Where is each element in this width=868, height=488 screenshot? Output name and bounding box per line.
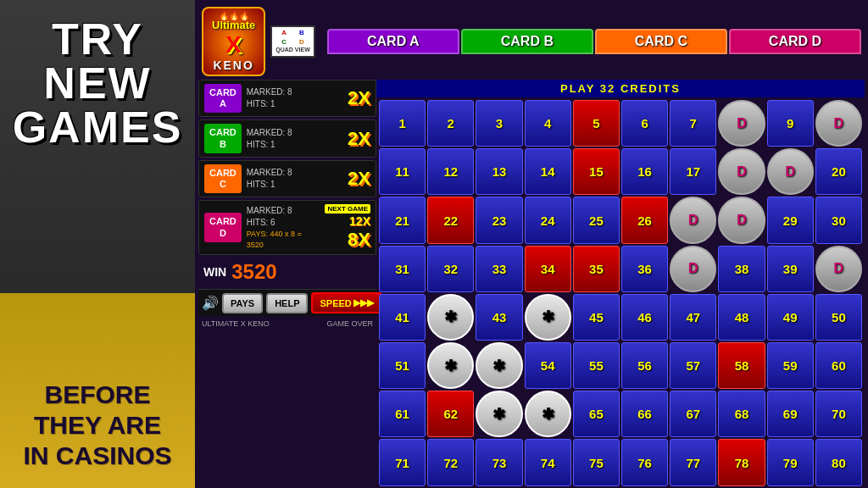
keno-number-53[interactable]: ✱: [476, 342, 522, 389]
tab-card-a[interactable]: CARD A: [327, 29, 459, 54]
keno-number-13[interactable]: 13: [476, 148, 522, 195]
keno-number-62[interactable]: 62: [427, 391, 474, 437]
keno-number-78[interactable]: 78: [718, 439, 765, 485]
keno-number-57[interactable]: 57: [670, 342, 716, 389]
keno-number-3[interactable]: 3: [476, 100, 522, 147]
tab-card-c[interactable]: CARD C: [595, 29, 727, 54]
keno-number-65[interactable]: 65: [573, 391, 620, 437]
quad-view-selector[interactable]: A B C D QUAD VIEW: [270, 25, 314, 58]
game-over-label: GAME OVER: [326, 319, 373, 328]
card-d-main-mult: 8X: [348, 229, 370, 251]
card-a-marked: MARKED: 8: [247, 86, 342, 98]
keno-number-72[interactable]: 72: [427, 439, 474, 485]
keno-number-23[interactable]: 23: [476, 197, 522, 243]
logo-x-text: X: [225, 31, 242, 58]
keno-number-15[interactable]: 15: [573, 148, 620, 195]
keno-number-4[interactable]: 4: [525, 100, 571, 147]
keno-number-5[interactable]: 5: [573, 100, 620, 147]
keno-number-61[interactable]: 61: [379, 391, 426, 437]
card-tabs: CARD A CARD B CARD C CARD D: [327, 29, 861, 54]
keno-number-63[interactable]: ✱: [476, 391, 522, 437]
keno-number-38[interactable]: 38: [718, 246, 765, 292]
keno-number-2[interactable]: 2: [427, 100, 474, 147]
keno-number-29[interactable]: 29: [767, 197, 814, 243]
keno-number-24[interactable]: 24: [525, 197, 571, 243]
keno-number-73[interactable]: 73: [476, 439, 522, 485]
keno-number-59[interactable]: 59: [767, 342, 814, 389]
keno-number-56[interactable]: 56: [621, 342, 668, 389]
keno-number-64[interactable]: ✱: [525, 391, 571, 437]
pays-button[interactable]: PAYS: [222, 293, 263, 313]
keno-number-30[interactable]: 30: [815, 197, 862, 243]
keno-number-71[interactable]: 71: [379, 439, 426, 485]
keno-number-46[interactable]: 46: [621, 294, 668, 341]
speed-arrows-icon: ▶▶▶: [353, 297, 374, 308]
keno-number-14[interactable]: 14: [525, 148, 571, 195]
keno-number-31[interactable]: 31: [379, 246, 426, 292]
keno-number-51[interactable]: 51: [379, 342, 426, 389]
help-button[interactable]: HELP: [266, 293, 308, 313]
keno-number-69[interactable]: 69: [767, 391, 814, 437]
keno-number-42[interactable]: ✱: [427, 294, 474, 341]
keno-number-49[interactable]: 49: [767, 294, 814, 341]
keno-number-7[interactable]: 7: [670, 100, 716, 147]
keno-number-60[interactable]: 60: [815, 342, 862, 389]
speed-button[interactable]: SPEED ▶▶▶: [311, 292, 381, 313]
keno-number-77[interactable]: 77: [670, 439, 716, 485]
keno-number-79[interactable]: 79: [767, 439, 814, 485]
keno-number-66[interactable]: 66: [621, 391, 668, 437]
keno-number-54[interactable]: 54: [525, 342, 571, 389]
keno-number-grid[interactable]: 1234567D9D11121314151617DD20212223242526…: [376, 97, 865, 488]
keno-number-75[interactable]: 75: [573, 439, 620, 485]
keno-number-74[interactable]: 74: [525, 439, 571, 485]
keno-number-25[interactable]: 25: [573, 197, 620, 243]
keno-number-21[interactable]: 21: [379, 197, 426, 243]
keno-number-32[interactable]: 32: [427, 246, 474, 292]
tab-card-b[interactable]: CARD B: [461, 29, 593, 54]
keno-number-36[interactable]: 36: [621, 246, 668, 292]
keno-number-70[interactable]: 70: [815, 391, 862, 437]
keno-number-55[interactable]: 55: [573, 342, 620, 389]
speaker-icon[interactable]: 🔊: [202, 295, 219, 311]
keno-number-8[interactable]: D: [718, 100, 765, 147]
keno-number-43[interactable]: 43: [476, 294, 522, 341]
keno-number-22[interactable]: 22: [427, 197, 474, 243]
keno-number-47[interactable]: 47: [670, 294, 716, 341]
keno-number-80[interactable]: 80: [815, 439, 862, 485]
quad-view-label: QUAD VIEW: [275, 47, 309, 53]
keno-number-9[interactable]: 9: [767, 100, 814, 147]
keno-number-52[interactable]: ✱: [427, 342, 474, 389]
keno-number-37[interactable]: D: [670, 246, 716, 292]
keno-number-58[interactable]: 58: [718, 342, 765, 389]
keno-number-68[interactable]: 68: [718, 391, 765, 437]
keno-number-28[interactable]: D: [718, 197, 765, 243]
keno-number-6[interactable]: 6: [621, 100, 668, 147]
keno-number-44[interactable]: ✱: [525, 294, 571, 341]
keno-number-76[interactable]: 76: [621, 439, 668, 485]
keno-number-20[interactable]: 20: [815, 148, 862, 195]
keno-number-16[interactable]: 16: [621, 148, 668, 195]
keno-number-1[interactable]: 1: [379, 100, 426, 147]
keno-number-19[interactable]: D: [767, 148, 814, 195]
keno-number-39[interactable]: 39: [767, 246, 814, 292]
keno-number-33[interactable]: 33: [476, 246, 522, 292]
keno-number-10[interactable]: D: [815, 100, 862, 147]
keno-number-45[interactable]: 45: [573, 294, 620, 341]
keno-number-11[interactable]: 11: [379, 148, 426, 195]
keno-number-27[interactable]: D: [670, 197, 716, 243]
keno-number-41[interactable]: 41: [379, 294, 426, 341]
keno-number-50[interactable]: 50: [815, 294, 862, 341]
keno-number-12[interactable]: 12: [427, 148, 474, 195]
keno-number-67[interactable]: 67: [670, 391, 716, 437]
keno-main-area: CARDA MARKED: 8 HITS: 1 2X CARDB MARKED:…: [198, 80, 865, 488]
keno-number-18[interactable]: D: [718, 148, 765, 195]
keno-number-40[interactable]: D: [815, 246, 862, 292]
keno-number-35[interactable]: 35: [573, 246, 620, 292]
keno-number-26[interactable]: 26: [621, 197, 668, 243]
keno-number-34[interactable]: 34: [525, 246, 571, 292]
tab-card-d[interactable]: CARD D: [729, 29, 861, 54]
keno-number-48[interactable]: 48: [718, 294, 765, 341]
quad-b: B: [293, 29, 310, 37]
keno-number-17[interactable]: 17: [670, 148, 716, 195]
card-a-stats: MARKED: 8 HITS: 1: [247, 86, 342, 110]
